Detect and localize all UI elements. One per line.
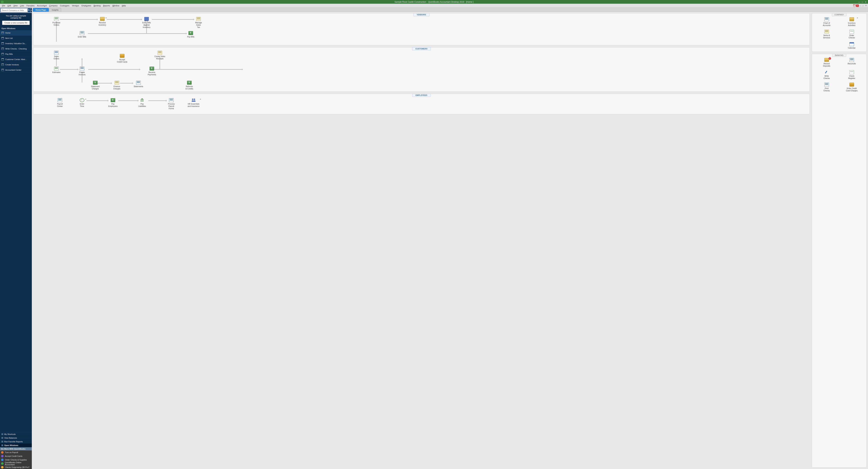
order-checks-node[interactable]: OrderChecks	[840, 30, 864, 39]
write-checks-node[interactable]: WriteChecks	[814, 70, 839, 79]
check-icon	[849, 30, 854, 34]
finance-icon	[115, 81, 119, 85]
refunds-credits-node[interactable]: Refunds& Credits	[182, 81, 196, 90]
close-button[interactable]: ✕	[864, 1, 867, 3]
menu-lists[interactable]: Lists	[19, 4, 25, 8]
reconcile-node[interactable]: Reconcile	[840, 58, 864, 67]
sample-file-notice: You are using a sample company file	[0, 13, 32, 20]
receive-inventory-node[interactable]: ReceiveInventory	[95, 17, 110, 26]
do-more-outgrowing[interactable]: Clients Outgrowing QB Pro?	[0, 465, 32, 469]
hr-essentials-node[interactable]: HR Essentialsand Insurance	[185, 98, 202, 107]
record-deposits-node[interactable]: 3RecordDeposits	[814, 58, 839, 67]
do-more-qbo-accountant[interactable]: QuickBooks Online Accountant	[0, 462, 32, 465]
people-icon	[191, 98, 196, 102]
search-button[interactable]: 🔍	[28, 8, 30, 12]
menu-file[interactable]: File	[1, 4, 6, 8]
maximize-button[interactable]: □	[861, 1, 864, 3]
dropdown-icon	[85, 99, 86, 100]
print-checks-node[interactable]: PrintChecks	[814, 83, 839, 92]
inventory-activities-node[interactable]: InventoryActivities	[840, 17, 864, 27]
banking-card: BANKING 3RecordDeposits Reconcile WriteC…	[812, 54, 867, 468]
purchase-orders-node[interactable]: PurchaseOrders	[49, 17, 63, 26]
open-window-pay-bills[interactable]: Pay Bills	[0, 52, 32, 57]
enter-bills-node[interactable]: Enter Bills	[75, 31, 89, 38]
open-window-customer-center[interactable]: Customer Center: Aber...	[0, 57, 32, 62]
open-window-home[interactable]: Home	[0, 30, 32, 35]
estimates-node[interactable]: Estimates	[49, 67, 63, 73]
deposits-badge: 3	[829, 57, 831, 60]
create-invoices-node[interactable]: CreateInvoices	[75, 67, 89, 76]
create-company-button[interactable]: Create a new company file	[2, 21, 30, 25]
open-window-item-list[interactable]: Item List	[0, 35, 32, 41]
purchase-order-icon	[54, 17, 59, 21]
menu-window[interactable]: Window	[111, 4, 121, 8]
app-icon	[1, 1, 3, 3]
do-more-order-checks[interactable]: Order Checks & Supplies	[0, 458, 32, 462]
window-icon	[1, 37, 4, 39]
menu-accountant[interactable]: Accountant	[36, 4, 48, 8]
menu-view[interactable]: View	[12, 4, 19, 8]
enter-bills-against-inventory-node[interactable]: Enter BillsAgainstInventory	[140, 17, 154, 28]
window-icon	[1, 32, 4, 34]
search-input[interactable]	[1, 8, 28, 12]
create-sales-receipts-node[interactable]: Create SalesReceipts	[153, 51, 167, 60]
process-payroll-forms-node[interactable]: ProcessPayrollForms	[164, 98, 178, 110]
tab-home-page[interactable]: Home Page	[33, 8, 49, 12]
do-more-payroll[interactable]: Turn on Payroll	[0, 450, 32, 454]
menu-vendors[interactable]: Vendors	[71, 4, 80, 8]
items-services-node[interactable]: Items &Services	[814, 30, 839, 39]
open-window-create-invoices[interactable]: Create Invoices	[0, 62, 32, 67]
nav-view-balances[interactable]: View Balances	[0, 436, 32, 440]
receive-payments-node[interactable]: ReceivePayments	[145, 67, 159, 76]
window-icon	[1, 48, 4, 50]
pay-bills-node[interactable]: Pay Bills	[184, 31, 198, 38]
statements-node[interactable]: Statements	[131, 81, 146, 88]
payment-icon	[150, 67, 154, 70]
pay-liabilities-node[interactable]: PayLiabilities	[135, 98, 149, 107]
vendors-panel: VENDORS PurchaseOrders ReceiveInventory …	[33, 13, 810, 45]
menu-company[interactable]: Company	[48, 4, 59, 8]
open-window-inventory-valuation[interactable]: Inventory Valuation Su...	[0, 41, 32, 46]
menu-reports[interactable]: Reports	[102, 4, 111, 8]
accept-credit-cards-node[interactable]: AcceptCredit Cards	[115, 54, 129, 63]
money-icon	[188, 31, 193, 35]
tab-insights[interactable]: Insights	[49, 8, 61, 12]
mdi-restore-button[interactable]: □	[862, 5, 865, 7]
mdi-close-button[interactable]: ✕	[865, 4, 867, 7]
minimize-button[interactable]: —	[858, 1, 861, 3]
menu-help[interactable]: Help	[121, 4, 127, 8]
company-label: COMPANY	[832, 13, 846, 16]
do-more-credit-cards[interactable]: Accept Credit Cards	[0, 454, 32, 458]
menu-employees[interactable]: Employees	[80, 4, 92, 8]
finance-charges-node[interactable]: FinanceCharges	[110, 81, 124, 90]
print-icon	[824, 83, 829, 87]
enter-time-node[interactable]: EnterTime	[75, 98, 89, 107]
nav-open-windows[interactable]: Open Windows	[0, 443, 32, 447]
reconcile-icon	[849, 58, 854, 62]
sales-orders-node[interactable]: SalesOrders	[49, 51, 63, 60]
chart-of-accounts-node[interactable]: Chart ofAccounts	[814, 17, 839, 27]
document-icon	[196, 17, 201, 21]
statement-charges-node[interactable]: StatementCharges	[88, 81, 102, 90]
items-icon	[824, 30, 829, 34]
mdi-minimize-button[interactable]: —	[859, 5, 862, 7]
check-register-node[interactable]: CheckRegister	[840, 70, 864, 79]
menu-favorites[interactable]: Favorites	[25, 4, 36, 8]
dropdown-icon	[200, 99, 201, 100]
nav-run-reports[interactable]: Run Favorite Reports	[0, 440, 32, 443]
calendar-node[interactable]: Calendar	[840, 42, 864, 49]
open-window-write-checks[interactable]: Write Checks - Checking	[0, 46, 32, 52]
pen-icon	[824, 70, 829, 74]
nav-my-shortcuts[interactable]: My Shortcuts	[0, 432, 32, 436]
payroll-center-node[interactable]: PayrollCenter	[53, 98, 67, 107]
menu-customers[interactable]: Customers	[59, 4, 70, 8]
menu-banking[interactable]: Banking	[92, 4, 102, 8]
alert-badge[interactable]: !	[856, 4, 859, 7]
menu-edit[interactable]: Edit	[6, 4, 12, 8]
open-window-accountant-center[interactable]: Accountant Center	[0, 67, 32, 73]
reminder-icon[interactable]: ⏰	[853, 4, 856, 7]
manage-sales-tax-node[interactable]: ManageSalesTax	[191, 17, 206, 28]
enter-cc-charges-node[interactable]: Enter CreditCard Charges	[840, 83, 864, 92]
pay-employees-node[interactable]: PayEmployees	[106, 98, 120, 107]
order-icon	[54, 51, 59, 55]
